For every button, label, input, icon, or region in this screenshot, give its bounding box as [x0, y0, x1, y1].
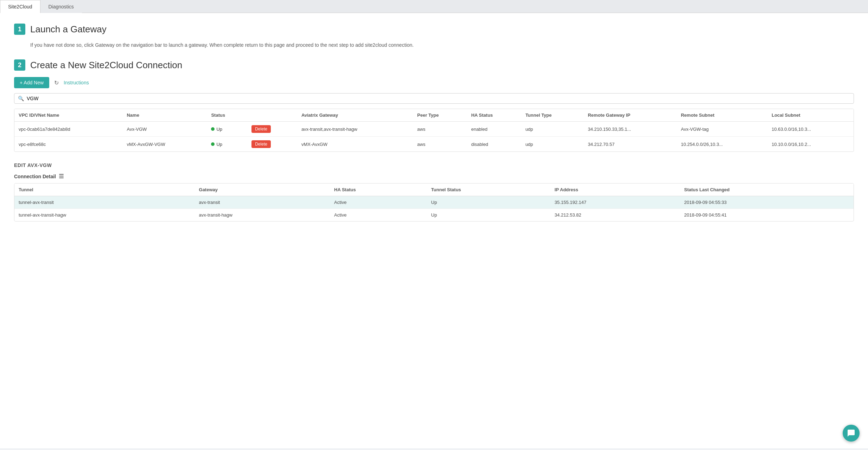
add-new-button[interactable]: + Add New: [14, 77, 49, 88]
tab-site2cloud[interactable]: Site2Cloud: [0, 0, 40, 13]
detail-cell-tunnel-status: Up: [427, 209, 550, 221]
menu-icon[interactable]: ☰: [59, 173, 64, 180]
table-row[interactable]: vpc-e8fce68c vMX-AvxGW-VGW Up Delete vMX…: [14, 137, 854, 152]
col-remote-gw-ip: Remote Gateway IP: [583, 109, 676, 122]
cell-delete[interactable]: Delete: [247, 122, 297, 137]
cell-delete[interactable]: Delete: [247, 137, 297, 152]
cell-vpc-id: vpc-0cab61a7de842ab8d: [14, 122, 122, 137]
col-tunnel-type: Tunnel Type: [521, 109, 584, 122]
step2-header: 2 Create a New Site2Cloud Connection: [14, 59, 854, 71]
cell-remote-subnet: 10.254.0.0/26,10.3...: [677, 137, 767, 152]
cell-status: Up: [207, 122, 247, 137]
cell-name: vMX-AvxGW-VGW: [122, 137, 207, 152]
connection-detail-label: Connection Detail: [14, 174, 56, 179]
cell-ha-status: disabled: [467, 137, 521, 152]
cell-vpc-id: vpc-e8fce68c: [14, 137, 122, 152]
connection-detail-header: Connection Detail ☰: [14, 173, 854, 180]
detail-table: Tunnel Gateway HA Status Tunnel Status I…: [14, 184, 854, 221]
detail-cell-gateway: avx-transit-hagw: [195, 209, 330, 221]
step2-badge: 2: [14, 59, 25, 71]
edit-section-title: EDIT AVX-VGW: [14, 162, 854, 168]
tab-diagnostics[interactable]: Diagnostics: [40, 0, 82, 13]
detail-col-status-changed: Status Last Changed: [680, 184, 854, 196]
cell-remote-gw-ip: 34.210.150.33,35.1...: [583, 122, 676, 137]
step2-section: 2 Create a New Site2Cloud Connection + A…: [14, 59, 854, 221]
col-vpc-id: VPC ID/VNet Name: [14, 109, 122, 122]
detail-col-tunnel-status: Tunnel Status: [427, 184, 550, 196]
cell-remote-gw-ip: 34.212.70.57: [583, 137, 676, 152]
cell-peer-type: aws: [413, 137, 467, 152]
detail-cell-gateway: avx-transit: [195, 196, 330, 209]
detail-cell-tunnel: tunnel-avx-transit-hagw: [14, 209, 195, 221]
detail-col-ha-status: HA Status: [330, 184, 427, 196]
edit-section: EDIT AVX-VGW Connection Detail ☰ Tunnel …: [14, 162, 854, 221]
search-box: 🔍: [14, 93, 854, 104]
col-local-subnet: Local Subnet: [767, 109, 854, 122]
tab-bar: Site2Cloud Diagnostics: [0, 0, 868, 13]
col-status: Status: [207, 109, 247, 122]
step2-title: Create a New Site2Cloud Connection: [30, 60, 182, 71]
delete-button[interactable]: Delete: [251, 140, 271, 148]
cell-peer-type: aws: [413, 122, 467, 137]
delete-button[interactable]: Delete: [251, 125, 271, 133]
search-icon: 🔍: [18, 96, 24, 101]
cell-aviatrix-gw: avx-transit,avx-transit-hagw: [297, 122, 413, 137]
status-dot-green: [211, 142, 215, 146]
cell-tunnel-type: udp: [521, 137, 584, 152]
detail-cell-ip-address: 35.155.192.147: [550, 196, 680, 209]
table-header-row: VPC ID/VNet Name Name Status Aviatrix Ga…: [14, 109, 854, 122]
detail-row[interactable]: tunnel-avx-transit-hagw avx-transit-hagw…: [14, 209, 854, 221]
cell-tunnel-type: udp: [521, 122, 584, 137]
col-ha-status: HA Status: [467, 109, 521, 122]
cell-local-subnet: 10.10.0.0/16,10.2...: [767, 137, 854, 152]
connections-table-container: VPC ID/VNet Name Name Status Aviatrix Ga…: [14, 109, 854, 152]
detail-cell-ha-status: Active: [330, 196, 427, 209]
col-peer-type: Peer Type: [413, 109, 467, 122]
detail-cell-ha-status: Active: [330, 209, 427, 221]
detail-cell-tunnel: tunnel-avx-transit: [14, 196, 195, 209]
step1-description: If you have not done so, click Gateway o…: [30, 41, 854, 49]
connections-table: VPC ID/VNet Name Name Status Aviatrix Ga…: [14, 109, 854, 152]
detail-col-tunnel: Tunnel: [14, 184, 195, 196]
step1-title: Launch a Gateway: [30, 24, 107, 35]
detail-cell-status-changed: 2018-09-09 04:55:33: [680, 196, 854, 209]
cell-name: Avx-VGW: [122, 122, 207, 137]
cell-status: Up: [207, 137, 247, 152]
detail-cell-tunnel-status: Up: [427, 196, 550, 209]
instructions-link[interactable]: Instructions: [64, 80, 89, 85]
cell-ha-status: enabled: [467, 122, 521, 137]
cell-local-subnet: 10.63.0.0/16,10.3...: [767, 122, 854, 137]
chat-button[interactable]: [843, 425, 860, 442]
status-dot-green: [211, 127, 215, 131]
detail-cell-ip-address: 34.212.53.82: [550, 209, 680, 221]
detail-col-ip-address: IP Address: [550, 184, 680, 196]
step1-section: 1 Launch a Gateway If you have not done …: [14, 24, 854, 49]
col-action: [247, 109, 297, 122]
detail-table-container: Tunnel Gateway HA Status Tunnel Status I…: [14, 183, 854, 221]
refresh-icon[interactable]: ↻: [54, 79, 59, 86]
cell-aviatrix-gw: vMX-AvxGW: [297, 137, 413, 152]
detail-row[interactable]: tunnel-avx-transit avx-transit Active Up…: [14, 196, 854, 209]
step1-badge: 1: [14, 24, 25, 35]
search-input[interactable]: [27, 96, 850, 101]
col-aviatrix-gw: Aviatrix Gateway: [297, 109, 413, 122]
cell-remote-subnet: Avx-VGW-tag: [677, 122, 767, 137]
col-remote-subnet: Remote Subnet: [677, 109, 767, 122]
main-content: 1 Launch a Gateway If you have not done …: [0, 13, 868, 448]
detail-header-row: Tunnel Gateway HA Status Tunnel Status I…: [14, 184, 854, 196]
toolbar: + Add New ↻ Instructions: [14, 77, 854, 88]
col-name: Name: [122, 109, 207, 122]
step1-header: 1 Launch a Gateway: [14, 24, 854, 35]
table-row[interactable]: vpc-0cab61a7de842ab8d Avx-VGW Up Delete …: [14, 122, 854, 137]
detail-cell-status-changed: 2018-09-09 04:55:41: [680, 209, 854, 221]
detail-col-gateway: Gateway: [195, 184, 330, 196]
